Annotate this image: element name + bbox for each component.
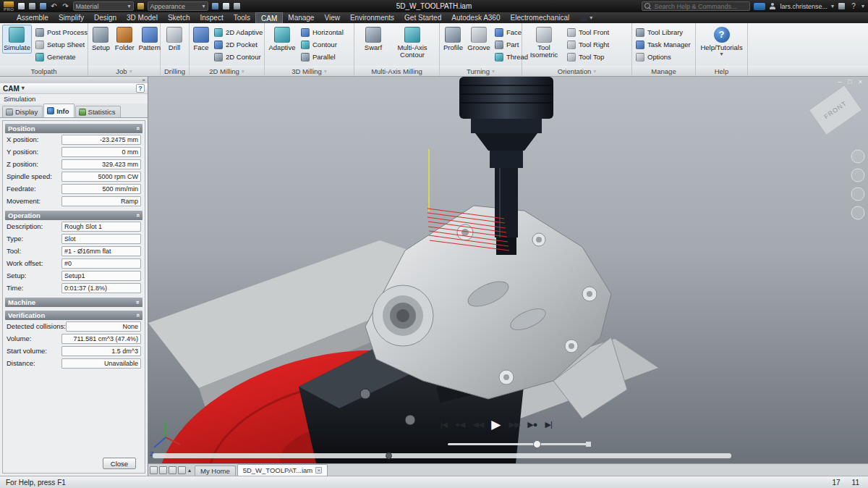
feedrate-value[interactable]: 500 mm/min <box>61 184 141 194</box>
material-dropdown[interactable]: Material ▾ <box>73 1 134 11</box>
distance-value[interactable]: Unavailable <box>61 358 141 369</box>
section-header-position[interactable]: Position « <box>5 124 142 133</box>
x-position-value[interactable]: -23.2475 mm <box>61 135 141 145</box>
folder-button[interactable]: Folder <box>114 25 136 54</box>
tool-front-button[interactable]: Tool Front <box>566 27 610 38</box>
tab-design[interactable]: Design <box>89 12 122 23</box>
tab-assemble[interactable]: Assemble <box>12 12 54 23</box>
tab-inspect[interactable]: Inspect <box>195 12 228 23</box>
print-icon[interactable] <box>39 2 47 10</box>
tab-document[interactable]: 5D_W_TOOLPAT...iam × <box>237 464 328 476</box>
close-button[interactable]: Close <box>103 458 136 469</box>
tab-autodesk-a360[interactable]: Autodesk A360 <box>446 12 505 23</box>
user-menu-chevron-icon[interactable]: ▾ <box>831 4 834 9</box>
groove-button[interactable]: Groove <box>467 25 491 54</box>
setup-sheet-button[interactable]: Setup Sheet <box>34 39 89 50</box>
horizontal-button[interactable]: Horizontal <box>299 27 345 38</box>
undo-icon[interactable]: ↶ <box>50 2 59 10</box>
y-position-value[interactable]: 0 mm <box>61 147 141 157</box>
2d-pocket-button[interactable]: 2D Pocket <box>213 39 264 50</box>
tab-display[interactable]: Display <box>2 106 43 117</box>
app-logo[interactable]: PRO <box>4 1 14 12</box>
tab-get-started[interactable]: Get Started <box>399 12 446 23</box>
face-2d-button[interactable]: Face <box>192 25 210 54</box>
tab-cam[interactable]: CAM <box>255 12 283 23</box>
tab-electromechanical[interactable]: Electromechanical <box>506 12 575 23</box>
start-volume-value[interactable]: 1.5 dm^3 <box>61 346 141 356</box>
section-header-operation[interactable]: Operation « <box>5 211 142 220</box>
adaptive-button[interactable]: Adaptive <box>267 25 297 54</box>
options-button[interactable]: Options <box>634 51 692 62</box>
orbit-button[interactable] <box>851 206 864 219</box>
tool-value[interactable]: #1 - Ø16mm flat <box>61 246 141 256</box>
window-restore-icon[interactable]: □ <box>848 78 851 85</box>
parallel-button[interactable]: Parallel <box>299 51 345 62</box>
tool-isometric-button[interactable]: Tool Isometric <box>524 25 563 61</box>
split-view-icon[interactable] <box>178 466 186 474</box>
post-process-button[interactable]: Post Process <box>34 27 89 38</box>
group-label-3d-milling[interactable]: 3D Milling▾ <box>265 66 354 76</box>
user-name[interactable]: lars.christense... <box>780 3 827 10</box>
a360-icon[interactable] <box>754 3 765 10</box>
tool-top-button[interactable]: Tool Top <box>566 51 610 62</box>
window-close-icon[interactable]: × <box>859 78 862 85</box>
tab-close-icon[interactable]: × <box>315 467 322 474</box>
movement-value[interactable]: Ramp <box>61 196 141 206</box>
swap-appearance-icon[interactable] <box>211 2 219 10</box>
redo-icon[interactable]: ↷ <box>61 2 70 10</box>
spindle-speed-value[interactable]: 5000 rpm CW <box>61 172 141 182</box>
task-manager-button[interactable]: Task Manager <box>634 39 692 50</box>
tab-sketch[interactable]: Sketch <box>163 12 195 23</box>
step-forward-button[interactable]: ▶▶ <box>509 420 519 429</box>
simulate-button[interactable]: Simulate <box>2 25 32 54</box>
playback-speed-slider[interactable] <box>448 443 590 445</box>
2d-adaptive-button[interactable]: 2D Adaptive <box>213 27 264 38</box>
go-to-end-button[interactable]: ▶| <box>545 420 551 429</box>
2d-contour-button[interactable]: 2D Contour <box>213 51 264 62</box>
contour-button[interactable]: Contour <box>299 39 345 50</box>
swarf-button[interactable]: Swarf <box>359 25 388 54</box>
full-navigation-wheel-button[interactable] <box>851 150 864 163</box>
pattern-button[interactable]: Pattern <box>138 25 161 54</box>
panel-help-button[interactable]: ? <box>136 84 145 93</box>
time-value[interactable]: 0:01:37 (1.8%) <box>61 283 141 293</box>
search-input[interactable] <box>654 3 747 10</box>
group-label-job[interactable]: Job▾ <box>88 66 160 76</box>
tab-environments[interactable]: Environments <box>345 12 399 23</box>
multi-axis-contour-button[interactable]: Multi-Axis Contour <box>390 25 435 61</box>
expand-tab-list-icon[interactable]: ▴ <box>188 467 191 474</box>
zoom-button[interactable] <box>851 188 864 201</box>
play-button[interactable]: ▶ <box>491 417 501 432</box>
setup-value[interactable]: Setup1 <box>61 271 141 281</box>
tab-simplify[interactable]: Simplify <box>54 12 89 23</box>
panel-title-chevron-icon[interactable]: ▾ <box>22 85 25 91</box>
detected-collisions-value[interactable]: None <box>66 321 141 332</box>
generate-button[interactable]: Generate <box>34 51 89 62</box>
setup-button[interactable]: Setup <box>90 25 111 54</box>
help-icon[interactable]: ? <box>849 2 858 10</box>
tab-view[interactable]: View <box>319 12 345 23</box>
step-back-button[interactable]: ◀◀ <box>472 420 483 429</box>
pan-button[interactable] <box>851 169 864 182</box>
speed-slider-handle[interactable] <box>533 440 541 448</box>
previous-operation-button[interactable]: ●◀ <box>455 420 464 429</box>
group-label-turning[interactable]: Turning▾ <box>440 66 522 76</box>
window-minimize-icon[interactable]: – <box>838 78 841 85</box>
timeline-handle[interactable] <box>386 453 392 459</box>
drill-button[interactable]: Drill <box>163 25 186 54</box>
tile-windows-icon[interactable] <box>159 466 167 474</box>
help-tutorials-button[interactable]: ? Help/Tutorials ▾ <box>700 25 744 59</box>
appearance-dropdown[interactable]: Appearance ▾ <box>148 1 208 11</box>
profile-button[interactable]: Profile <box>442 25 464 54</box>
next-operation-button[interactable]: ▶● <box>527 420 537 429</box>
adjust-material-icon[interactable] <box>137 2 145 10</box>
help-menu-chevron-icon[interactable]: ▾ <box>861 4 864 9</box>
search-box[interactable] <box>642 1 750 11</box>
fx-parameters-icon[interactable] <box>222 2 230 10</box>
type-value[interactable]: Slot <box>61 234 141 244</box>
z-position-value[interactable]: 329.423 mm <box>61 159 141 169</box>
volume-value[interactable]: 711.581 cm^3 (47.4%) <box>61 334 141 344</box>
group-label-orientation[interactable]: Orientation▾ <box>522 66 631 76</box>
arrange-windows-icon[interactable] <box>169 466 176 474</box>
section-header-verification[interactable]: Verification « <box>5 311 142 320</box>
